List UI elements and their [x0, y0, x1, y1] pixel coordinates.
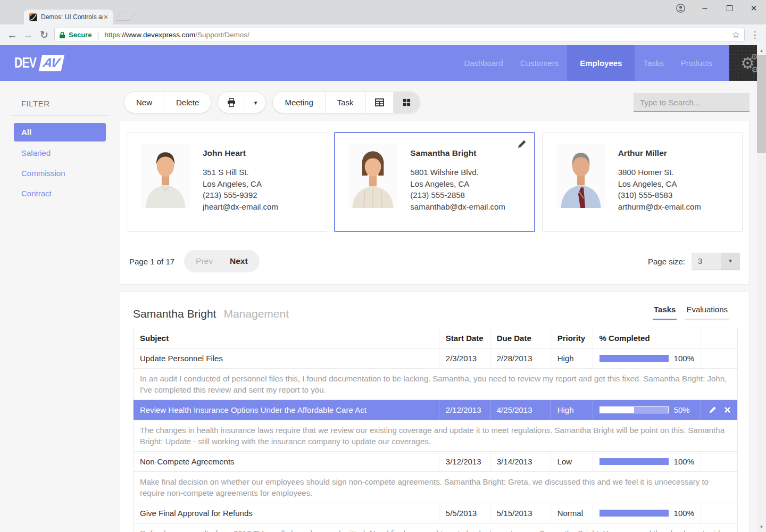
reload-button[interactable]: ↻ [36, 28, 52, 43]
task-priority: Normal [551, 503, 593, 523]
task-start: 2/12/2013 [439, 400, 490, 420]
employee-phone: (310) 555-8583 [618, 189, 701, 201]
omnibox-separator: | [97, 30, 99, 39]
card-view-button[interactable] [394, 92, 420, 113]
profile-icon[interactable] [668, 0, 693, 16]
filter-item-commission[interactable]: Commission [14, 164, 106, 182]
table-view-button[interactable] [366, 92, 394, 113]
task-note-row: Make final decision on whether our emplo… [134, 472, 738, 503]
filter-item-contract[interactable]: Contract [14, 185, 106, 202]
forward-button[interactable]: → [20, 28, 36, 43]
task-button[interactable]: Task [326, 92, 366, 113]
meeting-button[interactable]: Meeting [273, 92, 325, 113]
tab-tasks[interactable]: Tasks [653, 302, 677, 320]
employee-address1: 3800 Homer St. [618, 167, 701, 178]
url-text: https://www.devexpress.com/Support/Demos… [104, 31, 249, 39]
search-input[interactable] [640, 98, 746, 107]
scroll-up-icon[interactable]: ▲ [757, 46, 766, 55]
details-title: Samantha Bright [133, 307, 216, 320]
progress-bar [600, 406, 669, 413]
tab-evaluations[interactable]: Evaluations [685, 302, 729, 320]
employee-phone: (213) 555-9392 [203, 189, 278, 201]
close-window-button[interactable]: × [742, 0, 766, 16]
task-row-selected[interactable]: Review Health Insurance Options Under th… [134, 400, 738, 420]
edit-pencil-icon[interactable] [517, 139, 527, 149]
progress-label: 100% [674, 457, 694, 466]
nav-item-dashboard[interactable]: Dashboard [455, 45, 511, 81]
task-note: In an audit I conducted of personnel fil… [134, 369, 738, 400]
employee-card-arthur-miller[interactable]: Arthur Miller 3800 Homer St. Los Angeles… [542, 132, 743, 232]
task-row[interactable]: Update Personnel Files 2/3/2013 2/28/201… [134, 348, 738, 369]
nav-item-products[interactable]: Products [672, 45, 721, 81]
employee-card-samantha-bright[interactable]: Samantha Bright 5801 Wilshire Blvd. Los … [334, 132, 535, 232]
pagination: Page 1 of 17 Prev Next Page size: 3 ▾ [129, 250, 740, 272]
browser-tab[interactable]: Demos: UI Controls and F × [24, 10, 113, 24]
employee-email: samanthab@dx-email.com [410, 201, 505, 213]
browser-menu-icon[interactable]: ⋮ [748, 29, 762, 40]
page-size-value: 3 [692, 253, 721, 270]
bookmark-star-icon[interactable]: ☆ [732, 29, 740, 40]
employee-email: jheart@dx-email.com [203, 201, 278, 213]
col-priority[interactable]: Priority [551, 328, 593, 348]
tab-close-icon[interactable]: × [103, 13, 109, 21]
page-scrollbar[interactable]: ▲ ▼ [757, 45, 766, 532]
col-due-date[interactable]: Due Date [490, 328, 551, 348]
printer-icon [227, 98, 236, 107]
devexpress-favicon [29, 13, 37, 21]
edit-pencil-icon[interactable] [709, 406, 717, 414]
task-note: Refunds as a result of our 2013 TV recal… [134, 523, 738, 532]
maximize-button[interactable] [717, 0, 742, 16]
prev-page-button[interactable]: Prev [187, 256, 221, 266]
task-due: 2/28/2013 [490, 348, 551, 369]
print-options-button[interactable]: ▾ [245, 92, 265, 113]
filter-sidebar: FILTER All Salaried Commission Contract [0, 81, 120, 205]
main-nav: Dashboard Customers Employees Tasks Prod… [455, 45, 766, 81]
print-button[interactable] [218, 92, 245, 113]
page-size-select[interactable]: 3 ▾ [692, 253, 740, 270]
delete-button[interactable]: Delete [164, 92, 211, 113]
task-start: 2/3/2013 [439, 348, 490, 369]
filter-item-all[interactable]: All [14, 123, 106, 142]
task-note-row: In an audit I conducted of personnel fil… [134, 369, 738, 400]
scrollbar-thumb[interactable] [757, 55, 766, 153]
back-button[interactable]: ← [4, 28, 20, 43]
table-header-row: Subject Start Date Due Date Priority % C… [134, 328, 738, 348]
nav-item-tasks[interactable]: Tasks [635, 45, 672, 81]
progress-label: 50% [674, 405, 690, 414]
address-bar[interactable]: Secure | https://www.devexpress.com/Supp… [54, 28, 745, 42]
nav-item-employees[interactable]: Employees [567, 45, 635, 81]
nav-item-customers[interactable]: Customers [512, 45, 568, 81]
new-tab-button[interactable] [115, 12, 135, 21]
search-box [634, 93, 750, 112]
employee-photo [141, 144, 190, 208]
col-subject[interactable]: Subject [134, 328, 439, 348]
delete-x-icon[interactable] [724, 406, 731, 413]
scroll-down-icon[interactable]: ▼ [757, 522, 766, 531]
task-subject: Review Health Insurance Options Under th… [134, 400, 439, 420]
task-row[interactable]: Non-Compete Agreements 3/12/2013 3/14/20… [134, 452, 738, 472]
employee-name: Samantha Bright [410, 148, 505, 158]
filter-item-salaried[interactable]: Salaried [14, 144, 106, 162]
main-content: New Delete ▾ Meeting Task [120, 81, 757, 532]
col-actions [701, 328, 737, 348]
tab-title: Demos: UI Controls and F [41, 13, 103, 21]
next-page-button[interactable]: Next [221, 256, 256, 266]
employee-name: Arthur Miller [618, 148, 701, 158]
app-header: DEV AV Dashboard Customers Employees Tas… [0, 45, 766, 81]
employee-address2: Los Angeles, CA [618, 178, 701, 190]
col-completed[interactable]: % Completed [593, 328, 701, 348]
task-row[interactable]: Give Final Approval for Refunds 5/5/2013… [134, 503, 738, 523]
details-subtitle: Management [223, 307, 289, 320]
task-priority: High [551, 348, 593, 369]
col-start-date[interactable]: Start Date [439, 328, 490, 348]
task-priority: Low [551, 452, 593, 472]
filter-divider [11, 115, 109, 116]
employee-cards-panel: John Heart 351 S Hill St. Los Angeles, C… [120, 121, 750, 285]
page-indicator: Page 1 of 17 [129, 257, 174, 266]
task-start: 5/5/2013 [439, 503, 490, 523]
minimize-button[interactable]: – [693, 0, 717, 16]
employee-card-john-heart[interactable]: John Heart 351 S Hill St. Los Angeles, C… [127, 132, 327, 232]
new-button[interactable]: New [124, 92, 164, 113]
task-note: The changes in health insurance laws req… [134, 420, 738, 452]
task-note: Make final decision on whether our emplo… [134, 472, 738, 503]
